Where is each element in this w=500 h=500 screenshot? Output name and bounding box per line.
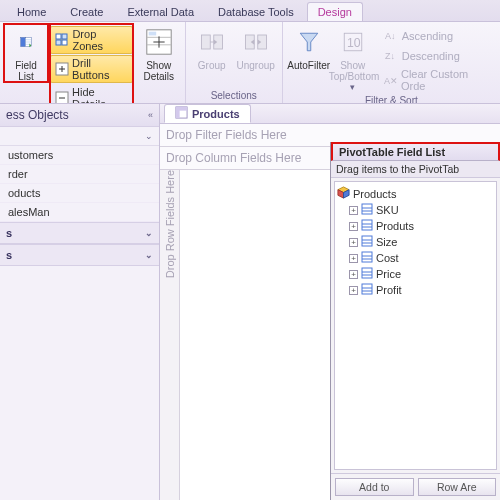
svg-text:10: 10 (347, 36, 361, 50)
expand-icon[interactable]: + (349, 270, 358, 279)
nav-group-1[interactable]: s⌄ (0, 222, 159, 244)
nav-pane-header[interactable]: ess Objects « (0, 104, 159, 127)
drop-row-fields-zone[interactable]: Drop Row Fields Here (160, 170, 180, 500)
ungroup-label: Ungroup (232, 60, 280, 71)
field-root-label: Products (353, 188, 396, 200)
svg-rect-49 (362, 252, 372, 262)
field-node-cost[interactable]: +Cost (337, 250, 494, 266)
field-label: Size (376, 236, 397, 248)
field-list-icon (10, 26, 42, 58)
ascending-button[interactable]: A↓ Ascending (379, 26, 496, 45)
svg-rect-43 (362, 220, 372, 230)
svg-rect-52 (362, 268, 372, 278)
field-node-sku[interactable]: +SKU (337, 202, 494, 218)
ribbon: Field List Drop Zones Drill Buttons (0, 22, 500, 104)
clear-custom-ordering-button[interactable]: A✕ Clear Custom Orde (379, 66, 496, 94)
ungroup-button[interactable]: Ungroup (234, 24, 278, 71)
pivot-table-icon (175, 106, 188, 121)
expand-icon[interactable]: + (349, 286, 358, 295)
field-node-size[interactable]: +Size (337, 234, 494, 250)
ungroup-icon (240, 26, 272, 58)
cube-icon (337, 186, 350, 201)
workspace: ess Objects « ⌄ ustomers rder oducts ale… (0, 104, 500, 500)
drop-row-fields-label: Drop Row Fields Here (164, 170, 176, 284)
nav-collapse-icon[interactable]: « (148, 110, 153, 120)
clear-ordering-label: Clear Custom Orde (401, 68, 491, 92)
field-list-button[interactable]: Field List (4, 24, 48, 82)
show-details-icon (143, 26, 175, 58)
hide-details-label: Hide Details (72, 86, 128, 104)
nav-item-salesman[interactable]: alesMan (0, 203, 159, 222)
show-details-button[interactable]: Show Details (137, 24, 181, 82)
show-top-bottom-label: Show Top/Bottom (329, 60, 377, 82)
field-label: SKU (376, 204, 399, 216)
nav-item-products[interactable]: oducts (0, 184, 159, 203)
group-label: Group (188, 60, 236, 71)
ascending-label: Ascending (402, 30, 453, 42)
pivottable-field-list-panel: PivotTable Field List Drag items to the … (330, 142, 500, 500)
row-area-button[interactable]: Row Are (418, 478, 497, 496)
expand-icon[interactable]: + (349, 206, 358, 215)
field-root-products[interactable]: Products (337, 185, 494, 202)
descending-button[interactable]: Z↓ Descending (379, 46, 496, 65)
field-icon (361, 283, 373, 297)
show-top-bottom-button[interactable]: 10 Show Top/Bottom ▾ (331, 24, 375, 92)
ribbon-tabstrip: Home Create External Data Database Tools… (0, 0, 500, 22)
svg-rect-18 (148, 32, 156, 36)
add-to-button[interactable]: Add to (335, 478, 414, 496)
nav-pane-title: ess Objects (6, 108, 69, 122)
field-node-price[interactable]: +Price (337, 266, 494, 282)
svg-rect-55 (362, 284, 372, 294)
autofilter-button[interactable]: AutoFilter (287, 24, 331, 71)
field-node-produts[interactable]: +Produts (337, 218, 494, 234)
show-details-label: Show Details (135, 60, 183, 82)
svg-rect-21 (201, 35, 210, 49)
nav-item-order[interactable]: rder (0, 165, 159, 184)
autofilter-icon (293, 26, 325, 58)
drop-zones-button[interactable]: Drop Zones (50, 26, 133, 54)
field-icon (361, 267, 373, 281)
show-top-bottom-icon: 10 (337, 26, 369, 58)
drill-buttons-icon (55, 62, 69, 77)
hide-details-button[interactable]: Hide Details (50, 84, 133, 104)
svg-text:A✕: A✕ (384, 76, 397, 86)
document-area: Products Drop Filter Fields Here Drop Co… (160, 104, 500, 500)
nav-search[interactable]: ⌄ (0, 127, 159, 146)
chevron-down-icon: ▾ (350, 82, 355, 92)
tab-create[interactable]: Create (59, 2, 114, 21)
autofilter-label: AutoFilter (285, 60, 333, 71)
tab-external-data[interactable]: External Data (116, 2, 205, 21)
tab-design[interactable]: Design (307, 2, 363, 21)
group-button[interactable]: Group (190, 24, 234, 71)
ribbon-group-selections: Group Ungroup Selections (186, 22, 283, 103)
svg-text:A↓: A↓ (385, 31, 396, 41)
nav-item-customers[interactable]: ustomers (0, 146, 159, 165)
drill-buttons-button[interactable]: Drill Buttons (50, 55, 133, 83)
nav-group-2[interactable]: s⌄ (0, 244, 159, 266)
drop-zones-icon (55, 33, 69, 48)
group-icon (196, 26, 228, 58)
svg-text:Z↓: Z↓ (385, 51, 395, 61)
document-tab-products[interactable]: Products (164, 104, 251, 123)
field-list-buttons: Add to Row Are (331, 473, 500, 500)
clear-ordering-icon: A✕ (384, 73, 398, 88)
field-list-title: PivotTable Field List (331, 142, 500, 161)
field-list-tree[interactable]: Products +SKU +Produts +Size +Cost +Pric… (334, 181, 497, 470)
ribbon-group-filtersort: AutoFilter 10 Show Top/Bottom ▾ A↓ Ascen… (283, 22, 500, 103)
field-icon (361, 235, 373, 249)
expand-icon[interactable]: + (349, 222, 358, 231)
tab-home[interactable]: Home (6, 2, 57, 21)
field-icon (361, 219, 373, 233)
expand-icon[interactable]: + (349, 238, 358, 247)
tab-database-tools[interactable]: Database Tools (207, 2, 305, 21)
drop-zones-label: Drop Zones (72, 28, 127, 52)
field-list-label: Field List (2, 60, 50, 82)
svg-rect-8 (56, 40, 61, 45)
expand-icon[interactable]: + (349, 254, 358, 263)
nav-group-1-label: s (6, 227, 12, 239)
svg-rect-46 (362, 236, 372, 246)
field-label: Cost (376, 252, 399, 264)
svg-rect-40 (362, 204, 372, 214)
field-node-profit[interactable]: +Profit (337, 282, 494, 298)
drill-buttons-label: Drill Buttons (72, 57, 128, 81)
